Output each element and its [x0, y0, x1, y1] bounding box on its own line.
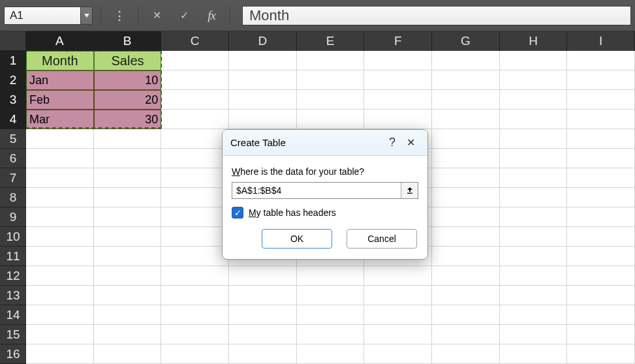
- name-box-dropdown[interactable]: [81, 7, 93, 25]
- cell[interactable]: [432, 70, 500, 90]
- cell[interactable]: [567, 168, 635, 188]
- column-header[interactable]: D: [229, 31, 297, 51]
- cell[interactable]: [500, 227, 568, 247]
- row-header[interactable]: 10: [0, 227, 26, 247]
- cell[interactable]: [94, 188, 162, 207]
- cell[interactable]: [161, 207, 229, 227]
- cell[interactable]: [297, 286, 365, 305]
- cell[interactable]: [161, 129, 229, 149]
- cell[interactable]: [500, 110, 568, 129]
- cell[interactable]: Sales: [94, 51, 162, 70]
- cell[interactable]: [364, 325, 432, 344]
- cell[interactable]: Jan: [26, 70, 94, 90]
- cell[interactable]: [567, 344, 635, 364]
- cell[interactable]: [161, 286, 229, 305]
- cell[interactable]: [297, 305, 365, 325]
- cell[interactable]: [364, 110, 432, 129]
- cell[interactable]: [500, 51, 568, 70]
- cell[interactable]: [432, 247, 500, 266]
- cell[interactable]: [500, 286, 568, 305]
- cell[interactable]: [297, 51, 365, 70]
- cell[interactable]: [432, 90, 500, 110]
- cell[interactable]: [297, 90, 365, 110]
- cell[interactable]: [567, 247, 635, 266]
- cell[interactable]: [297, 70, 365, 90]
- column-header[interactable]: F: [364, 31, 432, 51]
- ok-button[interactable]: OK: [262, 229, 332, 249]
- cell[interactable]: [500, 70, 568, 90]
- cell[interactable]: [297, 325, 365, 344]
- confirm-formula-icon[interactable]: ✓: [174, 7, 194, 25]
- column-header[interactable]: B: [94, 31, 162, 51]
- cell[interactable]: [161, 149, 229, 168]
- column-header[interactable]: I: [567, 31, 635, 51]
- cell[interactable]: [567, 110, 635, 129]
- cell[interactable]: [161, 344, 229, 364]
- cell[interactable]: [26, 286, 94, 305]
- column-header[interactable]: H: [500, 31, 568, 51]
- cell[interactable]: [567, 227, 635, 247]
- cell[interactable]: [500, 188, 568, 207]
- cell[interactable]: [567, 188, 635, 207]
- cell[interactable]: [500, 325, 568, 344]
- cell[interactable]: [364, 286, 432, 305]
- cell[interactable]: [26, 344, 94, 364]
- cell[interactable]: [26, 207, 94, 227]
- cell[interactable]: [94, 305, 162, 325]
- row-header[interactable]: 15: [0, 325, 26, 344]
- cell[interactable]: [26, 325, 94, 344]
- cell[interactable]: [229, 325, 297, 344]
- cell[interactable]: [432, 266, 500, 286]
- range-input[interactable]: [232, 183, 401, 198]
- select-all-corner[interactable]: [0, 31, 26, 51]
- row-header[interactable]: 11: [0, 247, 26, 266]
- cell[interactable]: [161, 325, 229, 344]
- cell[interactable]: [500, 344, 568, 364]
- cell[interactable]: [26, 247, 94, 266]
- column-header[interactable]: E: [297, 31, 365, 51]
- cell[interactable]: [161, 70, 229, 90]
- cell[interactable]: [567, 305, 635, 325]
- cell[interactable]: [161, 110, 229, 129]
- cell[interactable]: [500, 129, 568, 149]
- cell[interactable]: [229, 305, 297, 325]
- cell[interactable]: [432, 51, 500, 70]
- cell[interactable]: Mar: [26, 110, 94, 129]
- help-icon[interactable]: ?: [383, 136, 401, 149]
- row-header[interactable]: 7: [0, 168, 26, 188]
- cell[interactable]: [161, 227, 229, 247]
- cell[interactable]: [432, 286, 500, 305]
- cell[interactable]: [94, 149, 162, 168]
- row-header[interactable]: 8: [0, 188, 26, 207]
- cell[interactable]: [26, 149, 94, 168]
- cell[interactable]: [297, 344, 365, 364]
- row-header[interactable]: 9: [0, 207, 26, 227]
- cell[interactable]: [432, 188, 500, 207]
- cell[interactable]: [94, 207, 162, 227]
- row-header[interactable]: 16: [0, 344, 26, 364]
- cell[interactable]: [161, 188, 229, 207]
- cell[interactable]: [500, 247, 568, 266]
- cancel-formula-icon[interactable]: ✕: [146, 7, 167, 25]
- cell[interactable]: [229, 266, 297, 286]
- cell[interactable]: [567, 90, 635, 110]
- column-header[interactable]: C: [161, 31, 229, 51]
- range-picker-icon[interactable]: [401, 183, 418, 198]
- headers-checkbox[interactable]: ✓: [232, 207, 243, 219]
- cell[interactable]: [161, 168, 229, 188]
- cell[interactable]: [567, 70, 635, 90]
- cell[interactable]: [229, 344, 297, 364]
- cancel-button[interactable]: Cancel: [347, 229, 417, 249]
- cell[interactable]: [94, 325, 162, 344]
- cell[interactable]: [229, 110, 297, 129]
- cell[interactable]: [94, 227, 162, 247]
- cell[interactable]: [161, 305, 229, 325]
- row-header[interactable]: 3: [0, 90, 26, 110]
- formula-input[interactable]: Month: [242, 6, 631, 25]
- column-header[interactable]: A: [26, 31, 94, 51]
- column-header[interactable]: G: [432, 31, 500, 51]
- cell[interactable]: [229, 286, 297, 305]
- cell[interactable]: [229, 70, 297, 90]
- cell[interactable]: [94, 266, 162, 286]
- headers-checkbox-row[interactable]: ✓ My table has headers: [232, 207, 418, 219]
